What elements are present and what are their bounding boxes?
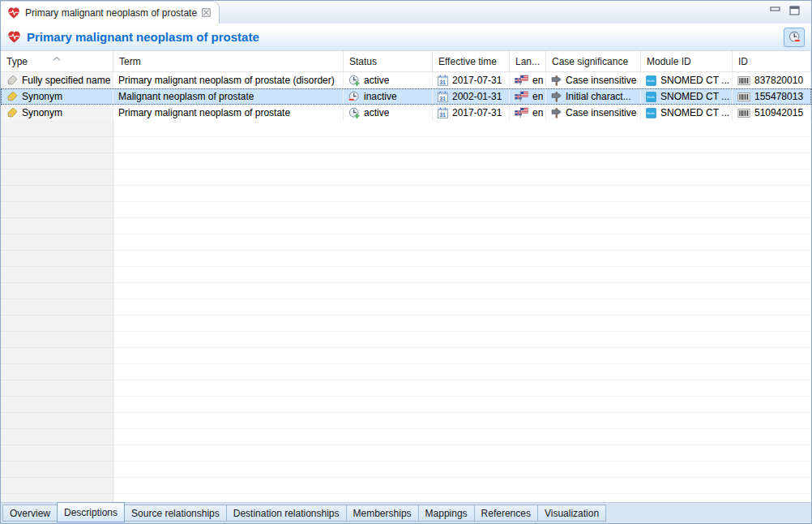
editor-page-tab-bar: Overview Descriptions Source relationshi… (1, 502, 811, 523)
tab-overview[interactable]: Overview (2, 505, 58, 522)
tab-source-relationships[interactable]: Source relationships (124, 505, 227, 522)
barcode-icon (737, 109, 750, 118)
ihtsdo-module-icon (646, 108, 656, 118)
us-uk-flags-icon (515, 91, 528, 102)
table-row-synonym[interactable]: Synonym Primary malignant neoplasm of pr… (1, 105, 811, 121)
tab-visualization[interactable]: Visualization (537, 505, 606, 522)
table-empty-area[interactable] (1, 121, 811, 502)
column-header-status[interactable]: Status (344, 51, 433, 71)
tab-destination-relationships[interactable]: Destination relationships (226, 505, 347, 522)
table-row-fsn[interactable]: Fully specified name Primary malignant n… (1, 72, 811, 88)
maximize-view-icon[interactable] (789, 6, 800, 15)
barcode-icon (737, 92, 750, 101)
sort-ascending-icon (53, 52, 61, 63)
clock-minus-icon (348, 91, 360, 102)
column-header-language[interactable]: Lan... (510, 51, 546, 71)
editor-tab-primary-malignant-neoplasm[interactable]: Primary malignant neoplasm of prostate (1, 1, 220, 24)
tab-memberships[interactable]: Memberships (346, 505, 419, 522)
descriptions-table: Type Term Status Effective time Lan... C… (1, 51, 811, 502)
ihtsdo-module-icon (646, 75, 656, 86)
history-toggle-button[interactable] (784, 28, 805, 47)
signpost-icon (551, 107, 562, 118)
tab-mappings[interactable]: Mappings (418, 505, 475, 522)
yellow-tag-icon (6, 91, 18, 103)
table-row-synonym-selected[interactable]: Synonym Malignant neoplasm of prostate i… (1, 88, 811, 105)
heart-pulse-icon (7, 30, 21, 44)
signpost-icon (551, 91, 562, 102)
table-header-row: Type Term Status Effective time Lan... C… (1, 51, 811, 72)
column-header-case-significance[interactable]: Case significance (546, 51, 641, 71)
calendar-31-icon (438, 107, 448, 118)
calendar-31-icon (438, 75, 448, 86)
tab-references[interactable]: References (474, 505, 538, 522)
column-header-term[interactable]: Term (113, 51, 344, 71)
barcode-icon (737, 76, 750, 85)
concept-header: Primary malignant neoplasm of prostate (1, 24, 811, 51)
ihtsdo-module-icon (646, 92, 656, 102)
column-header-effective-time[interactable]: Effective time (433, 51, 510, 71)
grey-tag-icon (6, 75, 18, 87)
us-uk-flags-icon (515, 75, 528, 86)
close-tab-icon[interactable] (202, 8, 211, 17)
column-header-id[interactable]: ID (733, 51, 811, 71)
signpost-icon (551, 75, 562, 86)
yellow-tag-icon (6, 107, 18, 119)
column-header-type[interactable]: Type (1, 51, 113, 71)
clock-plus-icon (348, 107, 360, 118)
editor-tab-label: Primary malignant neoplasm of prostate (25, 7, 197, 19)
tab-descriptions[interactable]: Descriptions (57, 502, 125, 522)
column-header-module-id[interactable]: Module ID (641, 51, 733, 71)
clock-plus-icon (348, 75, 360, 86)
minimize-view-icon[interactable] (770, 6, 781, 13)
editor-tab-bar: Primary malignant neoplasm of prostate (1, 1, 811, 24)
us-uk-flags-icon (515, 107, 528, 118)
concept-editor-window: Primary malignant neoplasm of prostate (0, 0, 812, 524)
calendar-31-icon (438, 91, 448, 102)
view-controls (770, 1, 811, 24)
page-title: Primary malignant neoplasm of prostate (27, 30, 259, 44)
heart-pulse-icon (7, 6, 20, 19)
